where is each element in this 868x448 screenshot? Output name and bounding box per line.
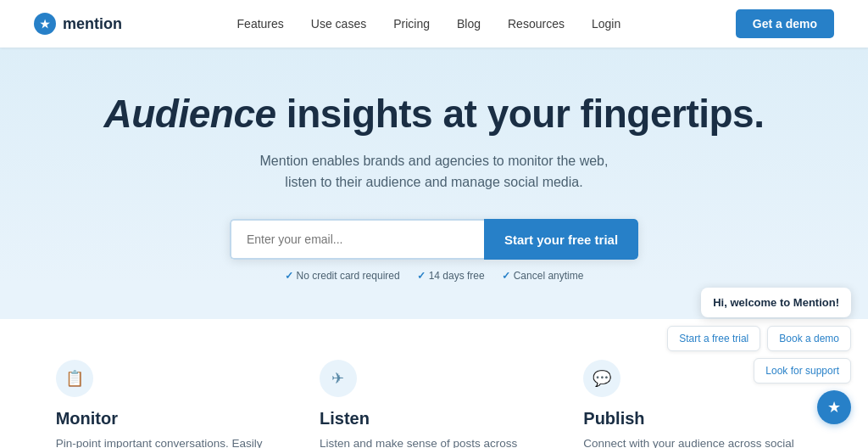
monitor-desc: Pin-point important conversations. Easil… <box>56 435 285 448</box>
logo-icon: ★ <box>34 13 56 35</box>
nav-blog[interactable]: Blog <box>457 17 481 31</box>
nav-resources[interactable]: Resources <box>508 17 565 31</box>
nav-features[interactable]: Features <box>237 17 284 31</box>
badge-free-text: 14 days free <box>429 270 485 282</box>
get-demo-button[interactable]: Get a demo <box>736 9 834 38</box>
logo-text: mention <box>63 15 122 33</box>
nav-pricing[interactable]: Pricing <box>393 17 430 31</box>
hero-title-rest: insights at your fingertips. <box>276 92 765 136</box>
hero-title-italic: Audience <box>104 92 276 136</box>
badge-free-trial: ✓ 14 days free <box>417 270 485 282</box>
check-icon: ✓ <box>285 270 293 282</box>
check-icon-3: ✓ <box>502 270 510 282</box>
chat-widget: Hi, welcome to Mention! Start a free tri… <box>667 288 851 424</box>
hero-section: Audience insights at your fingertips. Me… <box>0 48 868 282</box>
chat-support-button[interactable]: Look for support <box>754 358 851 384</box>
badge-cancel-text: Cancel anytime <box>514 270 584 282</box>
feature-monitor: 📋 Monitor Pin-point important conversati… <box>56 360 285 448</box>
publish-icon: 💬 <box>583 360 620 397</box>
navbar: ★ mention Features Use cases Pricing Blo… <box>0 0 868 48</box>
logo[interactable]: ★ mention <box>34 13 122 35</box>
monitor-icon: 📋 <box>56 360 93 397</box>
listen-title: Listen <box>320 409 548 428</box>
check-icon-2: ✓ <box>417 270 426 282</box>
chat-action-row-1: Start a free trial Book a demo <box>667 326 851 351</box>
nav-use-cases[interactable]: Use cases <box>311 17 366 31</box>
badge-no-credit: ✓ No credit card required <box>285 270 400 282</box>
hero-subtitle: Mention enables brands and agencies to m… <box>248 150 620 193</box>
signup-form: Start your free trial <box>230 219 638 260</box>
badge-cancel: ✓ Cancel anytime <box>502 270 584 282</box>
chat-free-trial-button[interactable]: Start a free trial <box>667 326 760 351</box>
trial-button[interactable]: Start your free trial <box>484 219 638 260</box>
hero-title: Audience insights at your fingertips. <box>104 92 765 137</box>
chat-book-demo-button[interactable]: Book a demo <box>767 326 851 351</box>
email-input[interactable] <box>230 219 484 260</box>
badge-no-credit-text: No credit card required <box>297 270 400 282</box>
chat-avatar-button[interactable]: ★ <box>817 390 851 424</box>
nav-login[interactable]: Login <box>592 17 620 31</box>
feature-listen: ✈ Listen Listen and make sense of posts … <box>320 360 548 448</box>
chat-welcome-bubble: Hi, welcome to Mention! <box>701 288 851 317</box>
monitor-title: Monitor <box>56 409 285 428</box>
publish-desc: Connect with your audience across social… <box>583 435 812 448</box>
listen-icon: ✈ <box>320 360 357 397</box>
nav-links: Features Use cases Pricing Blog Resource… <box>237 16 621 31</box>
trust-badges: ✓ No credit card required ✓ 14 days free… <box>285 270 584 282</box>
listen-desc: Listen and make sense of posts across so… <box>320 435 548 448</box>
